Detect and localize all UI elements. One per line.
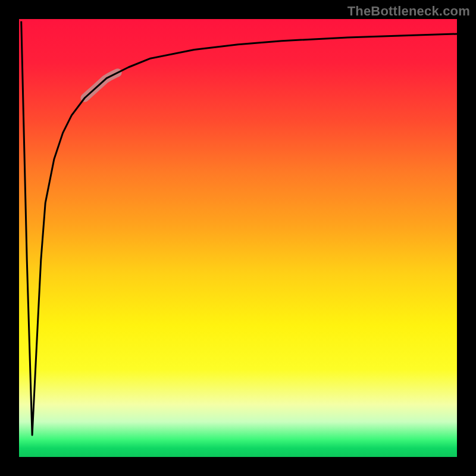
watermark-text: TheBottleneck.com [347, 4, 470, 19]
main-curve [21, 21, 457, 436]
chart-frame: TheBottleneck.com [0, 0, 476, 476]
plot-area [19, 19, 457, 457]
curve-layer [19, 19, 457, 457]
